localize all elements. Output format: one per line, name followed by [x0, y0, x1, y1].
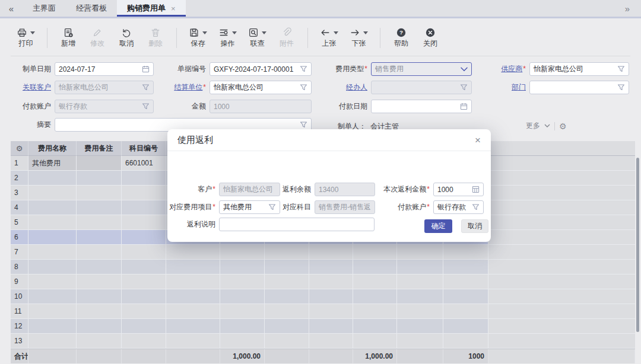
table-settings-gear-icon[interactable]: ⚙ [11, 141, 28, 156]
table-cell[interactable] [122, 334, 166, 349]
confirm-button[interactable]: 确定 [424, 219, 452, 233]
table-cell[interactable] [443, 319, 488, 334]
table-cell[interactable] [28, 186, 77, 200]
table-row[interactable]: 8 [11, 260, 635, 274]
table-cell[interactable] [28, 171, 77, 186]
table-row[interactable]: 13 [11, 334, 635, 349]
table-cell[interactable] [77, 274, 122, 289]
tab-close-icon[interactable]: × [171, 4, 176, 13]
table-cell[interactable] [77, 171, 122, 186]
table-cell[interactable] [309, 260, 353, 274]
table-cell[interactable] [28, 215, 77, 230]
table-cell[interactable] [397, 319, 443, 334]
table-cell[interactable] [28, 334, 77, 349]
table-row[interactable]: 10 [11, 289, 635, 304]
vertical-scrollbar[interactable] [636, 158, 639, 332]
more-toggle[interactable]: 更多 ⚙ [526, 121, 567, 131]
table-cell[interactable] [77, 334, 122, 349]
table-cell[interactable] [443, 334, 488, 349]
table-cell[interactable] [220, 274, 265, 289]
table-row[interactable]: 11 [11, 304, 635, 319]
table-cell[interactable] [265, 274, 309, 289]
table-cell[interactable] [77, 215, 122, 230]
table-cell[interactable] [353, 304, 397, 319]
field-input-department[interactable] [529, 81, 629, 94]
cancel-button[interactable]: 取消 [461, 219, 488, 233]
table-cell[interactable] [220, 319, 265, 334]
expand-right-icon[interactable]: » [614, 0, 641, 17]
table-cell[interactable] [309, 334, 353, 349]
table-row[interactable]: 12 [11, 319, 635, 334]
table-cell[interactable] [166, 319, 220, 334]
table-cell[interactable] [309, 319, 353, 334]
table-cell[interactable] [443, 245, 488, 260]
table-cell[interactable] [397, 304, 443, 319]
table-cell[interactable] [166, 304, 220, 319]
table-cell[interactable] [28, 289, 77, 304]
table-cell[interactable] [122, 245, 166, 260]
table-cell[interactable] [166, 260, 220, 274]
table-row[interactable]: 7 [11, 245, 635, 260]
table-cell[interactable] [265, 304, 309, 319]
table-cell[interactable] [166, 274, 220, 289]
table-cell[interactable] [353, 260, 397, 274]
dropdown-caret-icon[interactable] [262, 31, 266, 34]
table-cell[interactable] [77, 186, 122, 200]
field-input-payment-date[interactable] [371, 100, 472, 113]
field-input-pay-account[interactable]: 银行存款 [433, 200, 484, 214]
table-cell[interactable] [77, 260, 122, 274]
table-cell[interactable] [265, 334, 309, 349]
table-cell[interactable] [353, 319, 397, 334]
table-cell[interactable] [309, 245, 353, 260]
field-input-supplier[interactable]: 怡新家电总公司 [529, 62, 629, 76]
table-cell[interactable] [122, 230, 166, 245]
table-cell[interactable] [166, 245, 220, 260]
cancel-button[interactable]: 取消 [118, 27, 135, 47]
table-cell[interactable] [28, 200, 77, 215]
gear-icon[interactable]: ⚙ [559, 122, 567, 130]
table-cell[interactable] [397, 245, 443, 260]
filter-funnel-icon[interactable] [617, 65, 625, 73]
table-cell[interactable] [28, 230, 77, 245]
table-cell[interactable] [77, 200, 122, 215]
field-input-rebate-amount[interactable]: 1000 [433, 183, 484, 196]
filter-funnel-icon[interactable] [472, 203, 480, 211]
table-cell[interactable] [353, 334, 397, 349]
table-cell[interactable] [28, 260, 77, 274]
table-cell[interactable] [122, 289, 166, 304]
table-cell[interactable] [77, 289, 122, 304]
table-cell[interactable] [166, 334, 220, 349]
table-cell[interactable] [220, 304, 265, 319]
dropdown-caret-icon[interactable] [202, 31, 207, 34]
table-cell[interactable] [77, 156, 122, 171]
table-cell[interactable]: 其他费用 [28, 156, 77, 171]
table-cell[interactable] [353, 274, 397, 289]
table-cell[interactable] [443, 260, 488, 274]
save-button[interactable]: 保存 [189, 27, 207, 47]
table-cell[interactable] [397, 260, 443, 274]
table-cell[interactable] [28, 274, 77, 289]
table-cell[interactable] [353, 245, 397, 260]
field-label-related-customer[interactable]: 关联客户 [0, 83, 51, 92]
table-cell[interactable] [77, 245, 122, 260]
table-cell[interactable] [77, 304, 122, 319]
table-cell[interactable] [397, 289, 443, 304]
dropdown-caret-icon[interactable] [363, 31, 368, 34]
table-cell[interactable] [122, 274, 166, 289]
table-cell[interactable] [122, 171, 166, 186]
table-cell[interactable] [353, 289, 397, 304]
table-cell[interactable] [265, 319, 309, 334]
table-cell[interactable] [309, 289, 353, 304]
dropdown-caret-icon[interactable] [334, 31, 338, 34]
table-cell[interactable] [443, 304, 488, 319]
field-label-department[interactable]: 部门 [449, 83, 526, 92]
table-cell[interactable] [220, 245, 265, 260]
print-button[interactable]: 打印 [17, 27, 35, 47]
table-cell[interactable] [77, 319, 122, 334]
table-cell[interactable] [122, 260, 166, 274]
tab-main[interactable]: 主界面 [23, 0, 66, 17]
calculator-icon[interactable] [472, 186, 480, 193]
table-cell[interactable] [122, 304, 166, 319]
dropdown-caret-icon[interactable] [232, 31, 237, 34]
table-cell[interactable] [265, 289, 309, 304]
